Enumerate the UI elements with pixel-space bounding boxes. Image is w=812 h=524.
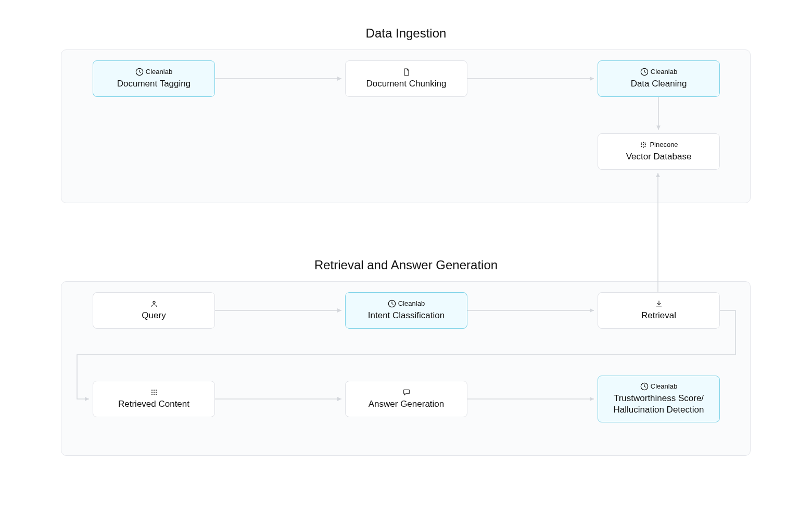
svg-point-21 — [155, 390, 156, 391]
cleanlab-badge: Cleanlab — [640, 382, 677, 391]
user-icon — [150, 300, 158, 308]
node-label: Answer Generation — [369, 398, 445, 410]
node-label: Intent Classification — [368, 310, 445, 321]
svg-point-17 — [153, 301, 155, 303]
cleanlab-icon — [640, 68, 649, 76]
section-title-retrieval: Retrieval and Answer Generation — [0, 258, 812, 272]
user-icon-row — [150, 300, 158, 308]
retrieval-panel: Query Cleanlab Intent Classification Ret… — [61, 281, 751, 456]
section-title-ingestion: Data Ingestion — [0, 26, 812, 41]
node-label: Query — [142, 310, 166, 321]
svg-point-19 — [151, 390, 152, 391]
node-vector-database: Pinecone Vector Database — [598, 133, 720, 170]
download-icon — [655, 300, 663, 308]
ingestion-panel: Cleanlab Document Tagging Document Chunk… — [61, 49, 751, 203]
cleanlab-icon — [640, 382, 649, 391]
svg-marker-30 — [337, 308, 341, 313]
node-retrieval: Retrieval — [598, 292, 720, 329]
svg-marker-14 — [590, 77, 594, 81]
node-label: Data Cleaning — [631, 78, 687, 90]
node-document-tagging: Cleanlab Document Tagging — [93, 60, 215, 97]
svg-marker-35 — [337, 397, 341, 401]
svg-point-4 — [645, 143, 646, 144]
chat-icon — [402, 388, 411, 396]
svg-point-6 — [643, 144, 644, 145]
svg-marker-32 — [590, 308, 594, 313]
node-label: Retrieval — [641, 310, 676, 321]
document-icon — [402, 68, 411, 76]
node-trustworthiness: Cleanlab Trustworthiness Score/ Hallucin… — [598, 376, 720, 422]
svg-point-20 — [153, 390, 154, 391]
svg-point-26 — [153, 394, 154, 395]
svg-point-27 — [155, 394, 156, 395]
node-intent-classification: Cleanlab Intent Classification — [345, 292, 467, 329]
svg-point-25 — [151, 394, 152, 395]
cleanlab-badge: Cleanlab — [135, 68, 172, 76]
node-answer-generation: Answer Generation — [345, 381, 467, 417]
svg-point-24 — [155, 392, 156, 393]
node-label: Document Chunking — [366, 78, 446, 90]
svg-point-7 — [645, 144, 646, 145]
node-document-chunking: Document Chunking — [345, 60, 467, 97]
pinecone-icon — [639, 141, 648, 149]
grid-icon-row — [150, 388, 158, 396]
node-label: Vector Database — [626, 151, 692, 163]
svg-point-2 — [641, 143, 642, 144]
download-icon-row — [655, 300, 663, 308]
svg-point-10 — [645, 146, 646, 147]
svg-point-22 — [151, 392, 152, 393]
svg-marker-33 — [85, 397, 89, 401]
svg-point-23 — [153, 392, 154, 393]
node-label: Trustworthiness Score/ Hallucination Det… — [604, 393, 713, 416]
cleanlab-label: Cleanlab — [651, 382, 677, 390]
pinecone-badge: Pinecone — [639, 141, 678, 149]
cleanlab-badge: Cleanlab — [640, 68, 677, 76]
grid-icon — [150, 388, 158, 396]
node-data-cleaning: Cleanlab Data Cleaning — [598, 60, 720, 97]
svg-marker-16 — [656, 126, 661, 130]
node-retrieved-content: Retrieved Content — [93, 381, 215, 417]
node-label: Document Tagging — [117, 78, 191, 90]
node-query: Query — [93, 292, 215, 329]
node-label: Retrieved Content — [118, 398, 189, 410]
svg-point-5 — [641, 144, 642, 145]
cleanlab-label: Cleanlab — [146, 68, 172, 76]
pinecone-label: Pinecone — [650, 141, 678, 148]
cleanlab-badge: Cleanlab — [388, 300, 425, 308]
chat-icon-row — [402, 388, 411, 396]
cleanlab-icon — [388, 300, 396, 308]
svg-marker-12 — [337, 77, 341, 81]
svg-marker-37 — [590, 397, 594, 401]
svg-point-9 — [643, 147, 644, 148]
cleanlab-icon — [135, 68, 144, 76]
cleanlab-label: Cleanlab — [651, 68, 677, 76]
document-icon-row — [402, 68, 411, 76]
svg-point-3 — [643, 142, 644, 143]
cleanlab-label: Cleanlab — [398, 300, 425, 307]
svg-point-8 — [641, 146, 642, 147]
